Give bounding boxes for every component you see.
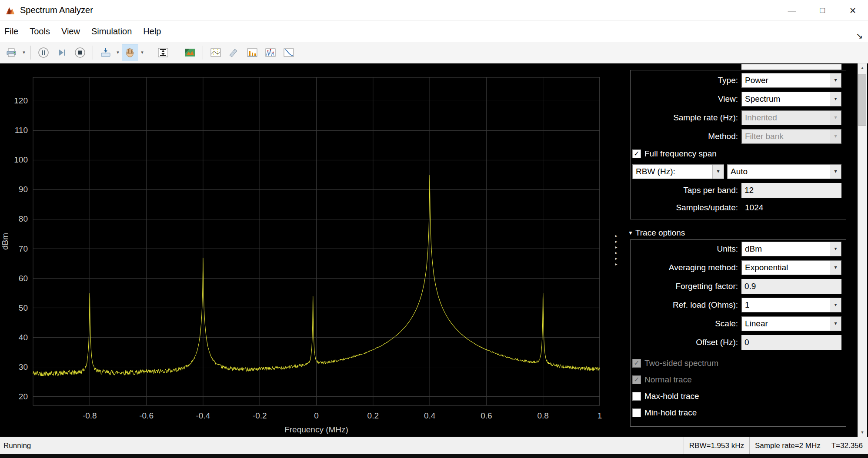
rbw-value-dropdown[interactable]: Auto ▾ <box>727 164 841 179</box>
view-row: View: Spectrum ▾ <box>624 90 858 108</box>
spectrum-plot[interactable]: -0.8-0.6-0.4-0.200.20.40.60.812030405060… <box>0 63 624 437</box>
stop-button[interactable] <box>72 44 88 61</box>
panel-collapse-grip[interactable]: ▸ ▸ ▸ ▸ ▸ ▸ <box>612 233 620 267</box>
x-tick-label: -0.6 <box>139 411 154 420</box>
rbw-selector-dropdown[interactable]: RBW (Hz): ▾ <box>632 164 724 179</box>
method-row: Method: Filter bank ▾ <box>624 127 858 146</box>
scroll-up-button[interactable]: ▲ <box>858 63 867 72</box>
sample-rate-label: Sample rate (Hz): <box>624 113 741 123</box>
min-hold-label: Min-hold trace <box>644 408 697 418</box>
full-span-checkbox[interactable]: ✓ <box>632 149 641 158</box>
close-button[interactable]: ✕ <box>838 0 868 21</box>
scale-value: Linear <box>745 319 768 328</box>
min-hold-checkbox[interactable] <box>632 408 641 417</box>
window-title: Spectrum Analyzer <box>20 5 93 15</box>
figure-background <box>0 63 624 437</box>
chevron-down-icon[interactable]: ▾ <box>21 44 27 61</box>
ccdf-measurements-button[interactable] <box>280 44 297 61</box>
chevron-down-icon: ▾ <box>830 242 841 256</box>
min-hold-row[interactable]: Min-hold trace <box>624 405 858 421</box>
menu-view[interactable]: View <box>56 27 86 37</box>
dock-arrow-icon[interactable]: ↘ <box>856 31 863 41</box>
scroll-thumb[interactable] <box>858 74 866 126</box>
app-icon <box>5 6 16 15</box>
step-forward-button[interactable] <box>53 44 70 61</box>
taps-label: Taps per band: <box>624 186 741 195</box>
full-span-label: Full frequency span <box>644 149 717 159</box>
spectrum-thumbnail-icon <box>184 48 196 57</box>
normal-trace-checkbox: ✓ <box>632 375 641 384</box>
averaging-value: Exponential <box>745 263 788 272</box>
window-bottom-edge <box>0 454 868 458</box>
collapse-triangle-icon: ▼ <box>628 230 633 236</box>
cursor-measurements-button[interactable] <box>207 44 224 61</box>
grip-arrow-icon: ▸ <box>615 239 617 244</box>
samples-row: Samples/update: 1024 <box>624 199 858 216</box>
hand-icon <box>125 47 135 58</box>
rbw-selector-value: RBW (Hz): <box>636 167 675 176</box>
signal-statistics-button[interactable] <box>226 44 242 61</box>
grip-arrow-icon: ▸ <box>615 244 617 250</box>
menu-file[interactable]: File <box>0 27 24 37</box>
step-forward-icon <box>56 47 67 58</box>
max-hold-row[interactable]: Max-hold trace <box>624 388 858 405</box>
y-tick-label: 30 <box>19 362 28 372</box>
toolbar: ▾ ▾ <box>0 42 868 63</box>
toolbar-separator <box>93 46 93 60</box>
chevron-down-icon[interactable]: ▾ <box>139 44 145 61</box>
offset-label: Offset (Hz): <box>624 338 741 347</box>
x-tick-label: -0.2 <box>253 411 267 420</box>
averaging-dropdown[interactable]: Exponential ▾ <box>741 260 841 275</box>
offset-input[interactable]: 0 <box>741 335 841 350</box>
trace-options-header[interactable]: ▼ Trace options <box>624 226 858 239</box>
status-rbw: RBW=1.953 kHz <box>684 437 749 454</box>
distortion-measurements-button[interactable] <box>244 44 260 61</box>
printer-icon <box>6 47 18 58</box>
fit-to-view-button[interactable] <box>155 44 171 61</box>
units-dropdown[interactable]: dBm ▾ <box>741 242 841 256</box>
forgetting-input[interactable]: 0.9 <box>741 279 841 294</box>
x-tick-label: 0.6 <box>481 411 492 420</box>
content-area: -0.8-0.6-0.4-0.200.20.40.60.812030405060… <box>0 63 868 437</box>
menu-simulation[interactable]: Simulation <box>86 27 137 37</box>
minimize-button[interactable]: — <box>777 0 807 21</box>
method-dropdown: Filter bank ▾ <box>741 129 841 144</box>
pause-button[interactable] <box>35 44 52 61</box>
maximize-button[interactable]: □ <box>807 0 838 21</box>
scale-dropdown[interactable]: Linear ▾ <box>741 316 841 331</box>
stop-icon <box>74 47 86 58</box>
units-label: Units: <box>624 244 741 254</box>
y-tick-label: 110 <box>15 126 28 135</box>
panel-scrollbar[interactable]: ▲ ▼ <box>858 63 867 437</box>
type-dropdown[interactable]: Power ▾ <box>741 73 841 88</box>
grip-arrow-icon: ▸ <box>615 256 617 261</box>
ref-load-label: Ref. load (Ohms): <box>624 300 741 310</box>
ref-load-dropdown[interactable]: 1 ▾ <box>741 298 841 312</box>
averaging-row: Averaging method: Exponential ▾ <box>624 258 858 277</box>
scope-config-button[interactable] <box>3 44 20 61</box>
scale-label: Scale: <box>624 319 741 329</box>
max-hold-label: Max-hold trace <box>644 392 699 401</box>
x-tick-label: -0.4 <box>196 411 210 420</box>
scroll-down-button[interactable]: ▼ <box>858 428 867 437</box>
toolbar-separator <box>203 46 203 60</box>
step-simulink-button[interactable] <box>97 44 114 61</box>
menu-help[interactable]: Help <box>137 27 167 37</box>
menu-tools[interactable]: Tools <box>24 27 56 37</box>
max-hold-checkbox[interactable] <box>632 392 641 401</box>
forgetting-row: Forgetting factor: 0.9 <box>624 277 858 295</box>
two-sided-label: Two-sided spectrum <box>644 358 718 368</box>
peak-finder-button[interactable] <box>262 44 279 61</box>
spectrum-settings-button[interactable] <box>182 44 198 61</box>
taps-input[interactable]: 12 <box>741 183 841 198</box>
x-tick-label: 0.8 <box>537 411 548 420</box>
status-time: T=32.356 <box>826 437 868 454</box>
x-tick-label: 0 <box>314 411 319 420</box>
settings-panel: Type: Power ▾ View: Spectrum ▾ Sample ra… <box>624 63 858 437</box>
view-dropdown[interactable]: Spectrum ▾ <box>741 92 841 106</box>
full-span-row[interactable]: ✓ Full frequency span <box>624 146 858 162</box>
x-axis-label: Frequency (MHz) <box>284 425 348 434</box>
pan-tool-button[interactable] <box>122 44 138 61</box>
chevron-down-icon[interactable]: ▾ <box>115 44 121 61</box>
forgetting-label: Forgetting factor: <box>624 282 741 291</box>
